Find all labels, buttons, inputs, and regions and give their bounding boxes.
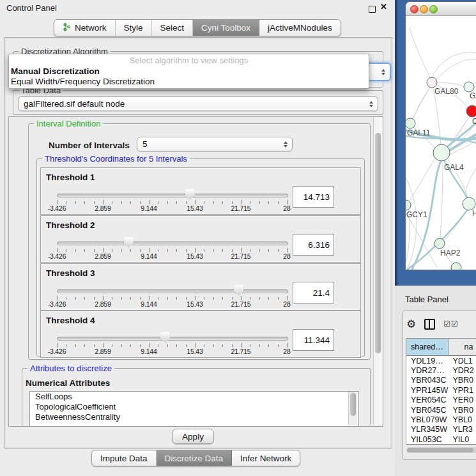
attributes-group-title: Attributes to discretize xyxy=(27,364,114,373)
minimize-window-icon[interactable] xyxy=(420,5,428,13)
threshold-panel-3: Threshold 3 -3.4262.8599.14415.4321.7152… xyxy=(40,263,361,311)
slider-thumb[interactable] xyxy=(160,332,170,343)
slider-thumb[interactable] xyxy=(185,189,195,200)
column-header-shared[interactable]: shared… xyxy=(406,339,449,355)
slider-tick-labels: -3.4262.8599.14415.4321.71528 xyxy=(57,300,287,308)
settings-vscrollbar[interactable] xyxy=(373,117,382,425)
right-zone: GAL80GACGAL11GAL4GCY1HHAP2 Table Panel ⚙… xyxy=(395,0,476,476)
network-node[interactable] xyxy=(434,238,445,249)
slider-tick-labels: -3.4262.8599.14415.4321.71528 xyxy=(57,348,287,355)
table-row[interactable]: YBR045CYBR0 xyxy=(406,405,476,415)
table-data-combobox[interactable]: galFiltered.sif default node xyxy=(18,96,378,111)
num-intervals-label: Number of Intervals xyxy=(49,141,130,150)
node-table: shared… na YDL19…YDL1YDR27…YDR2YBR043CYB… xyxy=(406,338,476,445)
threshold-panel-4: Threshold 4 -3.4262.8599.14415.4321.7152… xyxy=(40,311,361,358)
table-row[interactable]: YLR345WYLR3 xyxy=(406,425,476,434)
attributes-list-vscrollbar-thumb[interactable] xyxy=(350,393,356,416)
threshold-slider[interactable] xyxy=(57,242,288,245)
slider-thumb[interactable] xyxy=(234,285,243,296)
table-row[interactable]: YDL19…YDL1 xyxy=(406,356,476,365)
network-icon xyxy=(63,23,71,33)
app-root: Control Panel ✕ Network Style Select Cyn… xyxy=(0,0,476,476)
table-hscrollbar[interactable] xyxy=(406,447,476,453)
combo-arrows-icon xyxy=(381,69,385,75)
network-node[interactable] xyxy=(406,200,411,210)
threshold-value-box[interactable]: 6.316 xyxy=(293,234,334,256)
network-canvas[interactable]: GAL80GACGAL11GAL4GCY1HHAP2 xyxy=(406,16,476,270)
num-intervals-spinner[interactable]: 5 xyxy=(137,137,293,151)
table-row[interactable]: YBL079WYBL0 xyxy=(406,415,476,424)
network-node[interactable] xyxy=(451,263,461,270)
network-node[interactable] xyxy=(463,197,475,210)
tab-impute-data[interactable]: Impute Data xyxy=(92,450,157,466)
table-data-value: galFiltered.sif default node xyxy=(24,99,125,109)
column-header-name[interactable]: na xyxy=(449,339,476,355)
top-tab-bar: Network Style Select Cyni Toolbox jActiv… xyxy=(54,19,341,36)
table-hscrollbar-thumb[interactable] xyxy=(407,448,473,452)
tab-infer-network[interactable]: Infer Network xyxy=(232,450,300,466)
network-node[interactable] xyxy=(464,82,474,92)
float-panel-icon[interactable] xyxy=(369,6,376,13)
table-row[interactable]: YBR043CYBR0 xyxy=(406,376,476,385)
table-row[interactable]: YER054CYER0 xyxy=(406,395,476,405)
tab-discretize-data[interactable]: Discretize Data xyxy=(157,450,233,466)
network-node-label: GAL80 xyxy=(434,87,459,96)
close-panel-icon[interactable]: ✕ xyxy=(380,2,387,12)
slider-tick-labels: -3.4262.8599.14415.4321.71528 xyxy=(57,204,287,212)
settings-vscrollbar-thumb[interactable] xyxy=(375,133,381,353)
algorithm-option-manual[interactable]: Manual Discretization xyxy=(11,66,100,76)
num-intervals-value: 5 xyxy=(142,139,148,149)
threshold-value-box[interactable]: 11.344 xyxy=(293,329,334,351)
tab-network[interactable]: Network xyxy=(54,20,116,36)
apply-button[interactable]: Apply xyxy=(172,429,214,444)
network-node[interactable] xyxy=(427,77,437,88)
network-nodes: GAL80GACGAL11GAL4GCY1HHAP2 xyxy=(406,77,476,270)
tab-network-label: Network xyxy=(75,23,107,33)
table-row[interactable]: YPR145WYPR1 xyxy=(406,385,476,395)
threshold-slider[interactable] xyxy=(57,289,288,293)
threshold-slider[interactable] xyxy=(57,194,288,197)
tab-jactivemnodules[interactable]: jActiveMNodules xyxy=(259,20,341,36)
close-window-icon[interactable] xyxy=(410,5,418,13)
interval-definition-title: Interval Definition xyxy=(34,119,103,128)
list-item[interactable]: BetweennessCentrality xyxy=(30,412,358,422)
tab-style[interactable]: Style xyxy=(116,20,152,36)
network-node-label: H xyxy=(472,209,476,218)
network-node-label: GAL4 xyxy=(444,163,464,172)
threshold-label: Threshold 1 xyxy=(46,173,95,182)
table-row[interactable]: YDR27…YDR2 xyxy=(406,365,476,375)
network-node[interactable] xyxy=(406,118,415,128)
zoom-window-icon[interactable] xyxy=(429,5,438,13)
network-node[interactable] xyxy=(433,144,450,161)
slider-tick-labels: -3.4262.8599.14415.4321.71528 xyxy=(57,252,287,260)
network-node-label: GA xyxy=(470,91,476,100)
threshold-panel-1: Threshold 1 -3.4262.8599.14415.4321.7152… xyxy=(40,167,361,215)
network-window: GAL80GACGAL11GAL4GCY1HHAP2 xyxy=(405,1,476,270)
threshold-coords-title: Threshold's Coordinates for 5 Intervals xyxy=(42,154,190,164)
columns-icon[interactable] xyxy=(424,319,435,330)
tab-cyni-toolbox[interactable]: Cyni Toolbox xyxy=(193,20,259,36)
algorithm-option-equal-width[interactable]: Equal Width/Frequency Discretization xyxy=(11,77,155,86)
table-row[interactable]: YIL053CYIL0 xyxy=(406,434,476,444)
table-header: shared… na xyxy=(406,339,476,356)
table-panel-toolbar: ⚙ ☑☑ xyxy=(406,316,476,332)
numerical-attributes-label: Numerical Attributes xyxy=(26,378,110,388)
attributes-list-vscrollbar[interactable] xyxy=(348,392,357,425)
threshold-slider[interactable] xyxy=(57,337,288,341)
tab-select[interactable]: Select xyxy=(152,20,194,36)
algorithm-prompt: Select algorithm to view settings xyxy=(9,56,369,65)
threshold-value-box[interactable]: 21.4 xyxy=(293,282,334,303)
list-item[interactable]: SelfLoops xyxy=(30,392,358,402)
network-canvas-svg: GAL80GACGAL11GAL4GCY1HHAP2 xyxy=(406,16,476,270)
table-panel: ⚙ ☑☑ shared… na YDL19…YDL1YDR27…YDR2YBR0… xyxy=(402,311,476,460)
list-item[interactable]: TopologicalCoefficient xyxy=(30,402,358,412)
threshold-value-box[interactable]: 14.713 xyxy=(293,186,334,208)
network-node[interactable] xyxy=(466,105,476,117)
combo-arrows-icon xyxy=(369,101,373,107)
threshold-label: Threshold 2 xyxy=(46,220,95,230)
gear-icon[interactable]: ⚙ xyxy=(406,319,416,330)
slider-thumb[interactable] xyxy=(124,237,134,248)
select-columns-checkboxes-icon[interactable]: ☑☑ xyxy=(443,319,459,328)
table-body: YDL19…YDL1YDR27…YDR2YBR043CYBR0YPR145WYP… xyxy=(406,356,476,445)
network-window-titlebar[interactable] xyxy=(406,2,476,16)
